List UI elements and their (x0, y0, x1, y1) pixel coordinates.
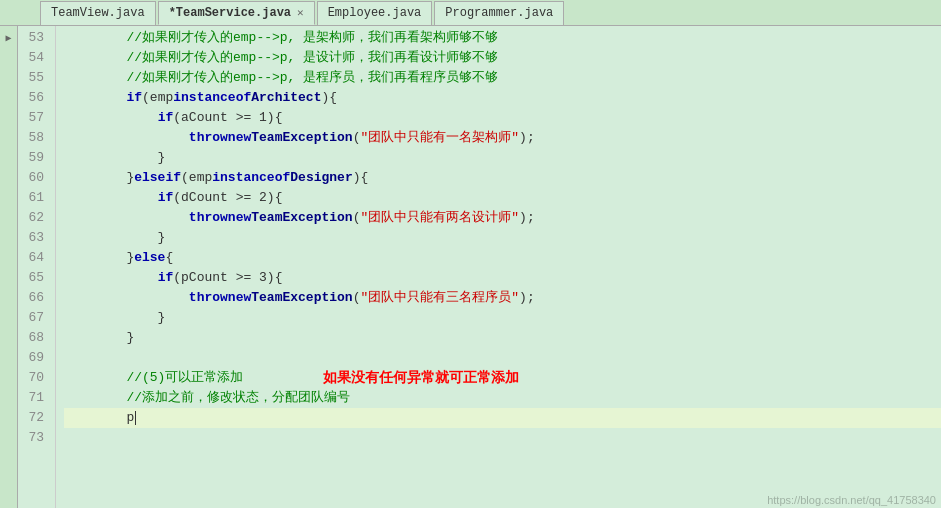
code-line-63: } (64, 228, 941, 248)
code-line-65: if(pCount >= 3){ (64, 268, 941, 288)
line-num-67: 67 (18, 308, 49, 328)
line-num-59: 59 (18, 148, 49, 168)
code-line-64: }else{ (64, 248, 941, 268)
code-line-56: if(emp instanceof Architect ){ (64, 88, 941, 108)
code-line-67: } (64, 308, 941, 328)
line-num-64: 64 (18, 248, 49, 268)
line-num-72: 72 (18, 408, 49, 428)
gutter-icon-1: ▶ (5, 28, 11, 48)
line-num-63: 63 (18, 228, 49, 248)
line-62-throw: throw (189, 208, 228, 228)
code-line-57: if(aCount >= 1){ (64, 108, 941, 128)
code-area[interactable]: //如果刚才传入的emp-->p, 是架构师，我们再看架构师够不够 //如果刚才… (56, 26, 941, 508)
line-num-60: 60 (18, 168, 49, 188)
line-54-text: //如果刚才传入的emp-->p, 是设计师，我们再看设计师够不够 (64, 48, 498, 68)
code-line-68: } (64, 328, 941, 348)
editor-window: TeamView.java *TeamService.java ✕ Employ… (0, 0, 941, 508)
line-num-71: 71 (18, 388, 49, 408)
line-71-text: //添加之前，修改状态，分配团队编号 (64, 388, 350, 408)
tab-programmer-label: Programmer.java (445, 6, 553, 20)
tab-employee[interactable]: Employee.java (317, 1, 433, 25)
tab-teamservice-close[interactable]: ✕ (297, 6, 304, 19)
code-line-61: if(dCount >= 2){ (64, 188, 941, 208)
tab-bar: TeamView.java *TeamService.java ✕ Employ… (0, 0, 941, 26)
line-num-54: 54 (18, 48, 49, 68)
code-line-73 (64, 428, 941, 448)
line-num-62: 62 (18, 208, 49, 228)
code-line-54: //如果刚才传入的emp-->p, 是设计师，我们再看设计师够不够 (64, 48, 941, 68)
line-53-text: //如果刚才传入的emp-->p, 是架构师，我们再看架构师够不够 (64, 28, 498, 48)
editor-body: ▶ 53 54 55 56 57 58 59 60 61 62 63 64 65… (0, 26, 941, 508)
code-line-71: //添加之前，修改状态，分配团队编号 (64, 388, 941, 408)
line-num-70: 70 (18, 368, 49, 388)
left-gutter: ▶ (0, 26, 18, 508)
line-num-55: 55 (18, 68, 49, 88)
tab-programmer[interactable]: Programmer.java (434, 1, 564, 25)
code-line-59: } (64, 148, 941, 168)
code-line-69 (64, 348, 941, 368)
line-num-56: 56 (18, 88, 49, 108)
red-note: 如果没有任何异常就可正常添加 (323, 368, 519, 388)
watermark: https://blog.csdn.net/qq_41758340 (767, 494, 936, 506)
line-num-57: 57 (18, 108, 49, 128)
line-55-text: //如果刚才传入的emp-->p, 是程序员，我们再看程序员够不够 (64, 68, 498, 88)
tab-teamview-label: TeamView.java (51, 6, 145, 20)
line-num-65: 65 (18, 268, 49, 288)
code-line-60: }else if(emp instanceof Designer ){ (64, 168, 941, 188)
line-num-66: 66 (18, 288, 49, 308)
code-line-70: //(5)可以正常添加 如果没有任何异常就可正常添加 (64, 368, 941, 388)
line-num-73: 73 (18, 428, 49, 448)
code-line-72[interactable]: p (64, 408, 941, 428)
tab-employee-label: Employee.java (328, 6, 422, 20)
line-num-68: 68 (18, 328, 49, 348)
line-56-if: if (126, 88, 142, 108)
code-line-58: throw new TeamException("团队中只能有一名架构师"); (64, 128, 941, 148)
code-line-55: //如果刚才传入的emp-->p, 是程序员，我们再看程序员够不够 (64, 68, 941, 88)
code-line-66: throw new TeamException("团队中只能有三名程序员"); (64, 288, 941, 308)
line-num-61: 61 (18, 188, 49, 208)
code-line-62: throw new TeamException("团队中只能有两名设计师"); (64, 208, 941, 228)
line-70-text: //(5)可以正常添加 (64, 368, 243, 388)
tab-teamservice[interactable]: *TeamService.java ✕ (158, 1, 315, 25)
line-num-58: 58 (18, 128, 49, 148)
tab-teamservice-label: *TeamService.java (169, 6, 291, 20)
line-num-69: 69 (18, 348, 49, 368)
text-cursor (135, 411, 136, 425)
line-66-throw: throw (189, 288, 228, 308)
line-58-throw: throw (189, 128, 228, 148)
code-line-53: //如果刚才传入的emp-->p, 是架构师，我们再看架构师够不够 (64, 28, 941, 48)
tab-teamview[interactable]: TeamView.java (40, 1, 156, 25)
line-num-53: 53 (18, 28, 49, 48)
line-numbers: 53 54 55 56 57 58 59 60 61 62 63 64 65 6… (18, 26, 56, 508)
line-56-instanceof: instanceof (173, 88, 251, 108)
